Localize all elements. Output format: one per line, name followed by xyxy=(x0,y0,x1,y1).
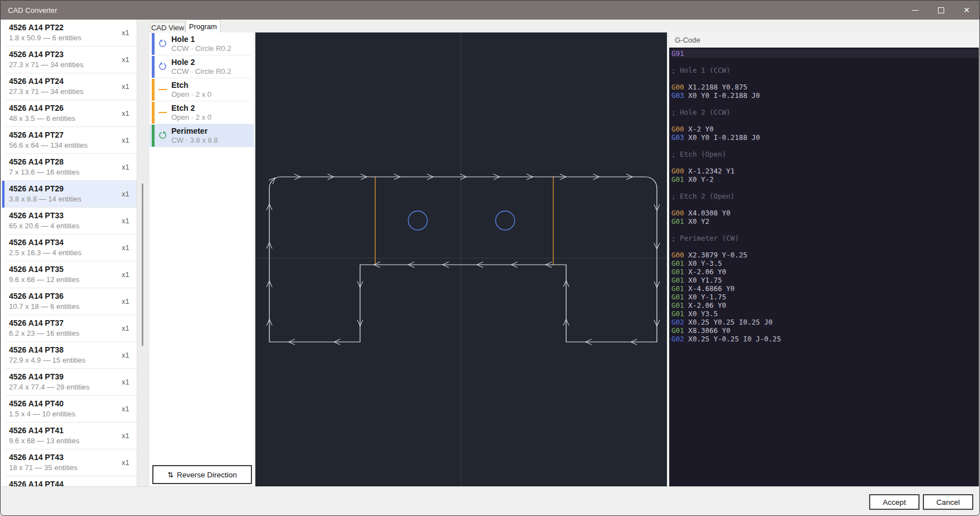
reverse-direction-button[interactable]: ⇅ Reverse Direction xyxy=(152,465,252,484)
close-icon: ✕ xyxy=(963,6,970,14)
main-area: 4526 A14 PT221.8 x 50.9 — 6 entitiesx145… xyxy=(1,20,980,486)
part-quantity: x1 xyxy=(122,431,129,440)
gcode-line: G01 X8.3066 Y0 xyxy=(671,326,979,335)
part-name: 4526 A14 PT33 xyxy=(9,211,129,220)
gcode-line: G02 X0.25 Y-0.25 I0 J-0.25 xyxy=(671,335,979,343)
operation-accent-bar xyxy=(152,102,155,124)
part-list-item[interactable]: 4526 A14 PT287 x 13.6 — 16 entitiesx1 xyxy=(1,154,150,181)
operation-divider xyxy=(157,147,251,147)
maximize-button[interactable] xyxy=(928,1,954,20)
operation-accent-bar xyxy=(152,79,155,101)
operation-name: Etch 2 xyxy=(171,104,195,112)
rotate-cw-icon xyxy=(158,130,167,140)
gcode-line: G01 X-2.06 Y0 xyxy=(671,301,979,309)
gcode-line: G00 X-1.2342 Y1 xyxy=(671,167,979,175)
part-list-item[interactable]: 4526 A14 PT359.6 x 68 — 12 entitiesx1 xyxy=(1,261,150,288)
operation-item[interactable]: PerimeterCW · 3.8 x 8.8 xyxy=(150,124,254,147)
operation-name: Hole 2 xyxy=(171,58,195,67)
part-quantity: x1 xyxy=(122,324,129,332)
gcode-comment-line: ; Hole 2 (CCW) xyxy=(671,108,979,116)
part-quantity: x1 xyxy=(122,55,129,64)
parts-scrollbar-track[interactable] xyxy=(137,20,150,486)
gcode-line: G03 X0 Y0 I-0.2188 J0 xyxy=(671,91,979,100)
tab-cad-view[interactable]: CAD View xyxy=(150,22,185,32)
part-dimensions: 10.7 x 18 — 6 entities xyxy=(9,302,129,311)
gcode-line: G00 X1.2188 Y0.875 xyxy=(671,83,979,91)
cad-drawing xyxy=(255,32,667,486)
gcode-text[interactable]: G91 ; Hole 1 (CCW) G00 X1.2188 Y0.875G03… xyxy=(669,48,979,486)
part-name: 4526 A14 PT39 xyxy=(9,372,129,381)
parts-scrollbar-thumb[interactable] xyxy=(142,184,143,346)
part-name: 4526 A14 PT26 xyxy=(9,104,129,112)
part-quantity: x1 xyxy=(122,82,129,91)
part-list-item[interactable]: 4526 A14 PT3872.9 x 4.9 — 15 entitiesx1 xyxy=(1,342,150,369)
part-list-item[interactable]: 4526 A14 PT221.8 x 50.9 — 6 entitiesx1 xyxy=(1,20,150,46)
gcode-comment-line: ; Etch (Open) xyxy=(671,150,979,158)
operation-detail: Open · 2 x 0 xyxy=(171,90,212,98)
part-quantity: x1 xyxy=(122,458,129,467)
operation-item[interactable]: Hole 2CCW · Circle R0.2 xyxy=(150,55,254,78)
part-name: 4526 A14 PT36 xyxy=(9,292,129,301)
part-name: 4526 A14 PT22 xyxy=(9,23,129,32)
part-list-item[interactable]: 4526 A14 PT3365 x 20.6 — 4 entitiesx1 xyxy=(1,208,150,234)
operation-detail: CCW · Circle R0.2 xyxy=(171,44,231,53)
operation-detail: CCW · Circle R0.2 xyxy=(171,67,231,76)
operation-accent-bar xyxy=(152,33,155,55)
gcode-line: G01 X0 Y-1.75 xyxy=(671,293,979,301)
minimize-button[interactable] xyxy=(902,1,928,20)
part-quantity: x1 xyxy=(122,351,129,359)
gcode-blank-line xyxy=(671,58,979,66)
part-list-item[interactable]: 4526 A14 PT2427.3 x 71 — 34 entitiesx1 xyxy=(1,73,150,100)
gcode-panel: G-Code G91 ; Hole 1 (CCW) G00 X1.2188 Y0… xyxy=(669,32,979,486)
part-list-item[interactable]: 4526 A14 PT2756.6 x 64 — 134 entitiesx1 xyxy=(1,127,150,154)
gcode-line: G00 X-2 Y0 xyxy=(671,125,979,133)
operation-item[interactable]: EtchOpen · 2 x 0 xyxy=(150,78,254,101)
gcode-blank-line xyxy=(671,142,979,150)
part-quantity: x1 xyxy=(122,378,129,386)
gcode-line: G01 X0 Y-3.5 xyxy=(671,259,979,268)
gcode-line: G01 X-2.06 Y0 xyxy=(671,268,979,276)
part-list-item[interactable]: 4526 A14 PT2648 x 3.5 — 6 entitiesx1 xyxy=(1,100,150,127)
gcode-comment-line: ; Hole 1 (CCW) xyxy=(671,66,979,74)
gcode-header: G-Code xyxy=(669,32,979,48)
operation-item[interactable]: Hole 1CCW · Circle R0.2 xyxy=(150,32,254,55)
operation-accent-bar xyxy=(152,56,155,78)
part-name: 4526 A14 PT29 xyxy=(9,184,129,193)
part-dimensions: 6.2 x 23 — 16 entities xyxy=(9,329,129,337)
part-name: 4526 A14 PT24 xyxy=(9,77,129,86)
tab-program[interactable]: Program xyxy=(185,20,221,32)
part-name: 4526 A14 PT27 xyxy=(9,130,129,139)
rotate-ccw-icon xyxy=(158,39,167,48)
part-list-item[interactable]: 4526 A14 PT2327.3 x 71 — 34 entitiesx1 xyxy=(1,46,150,73)
part-dimensions: 27.3 x 71 — 34 entities xyxy=(9,87,129,96)
part-quantity: x1 xyxy=(122,136,129,144)
part-list-item[interactable]: 4526 A14 PT419.6 x 68 — 13 entitiesx1 xyxy=(1,423,150,449)
cancel-button[interactable]: Cancel xyxy=(923,494,973,510)
part-list-item[interactable]: 4526 A14 PT401.5 x 4 — 10 entitiesx1 xyxy=(1,396,150,423)
accept-button[interactable]: Accept xyxy=(869,494,920,510)
close-button[interactable]: ✕ xyxy=(954,1,979,20)
window-title: CAD Converter xyxy=(1,6,57,15)
part-name: 4526 A14 PT35 xyxy=(9,265,129,274)
gcode-line: G01 X-4.6866 Y0 xyxy=(671,284,979,293)
part-list-item[interactable]: 4526 A14 PT293.8 x 8.8 — 14 entitiesx1 xyxy=(1,181,150,208)
cad-viewport[interactable] xyxy=(255,32,667,486)
part-list-item[interactable]: 4526 A14 PT3927.4 x 77.4 — 28 entitiesx1 xyxy=(1,369,150,396)
part-name: 4526 A14 PT37 xyxy=(9,318,129,327)
program-operations-panel: Hole 1CCW · Circle R0.2Hole 2CCW · Circl… xyxy=(150,32,254,486)
operation-item[interactable]: Etch 2Open · 2 x 0 xyxy=(150,101,254,124)
part-dimensions: 27.4 x 77.4 — 28 entities xyxy=(9,383,129,391)
part-list-item[interactable]: 4526 A14 PT376.2 x 23 — 16 entitiesx1 xyxy=(1,315,150,342)
part-dimensions: 3.8 x 8.8 — 14 entities xyxy=(9,195,129,203)
part-list-item[interactable]: 4526 A14 PT4318 x 71 — 35 entitiesx1 xyxy=(1,449,150,476)
gcode-comment-line: ; Etch 2 (Open) xyxy=(671,192,979,200)
gcode-line: G01 X0 Y1.75 xyxy=(671,276,979,284)
part-quantity: x1 xyxy=(122,243,129,252)
part-quantity: x1 xyxy=(122,190,129,198)
gcode-line: G91 xyxy=(671,49,979,58)
part-list-item[interactable]: 4526 A14 PT342.5 x 16.3 — 4 entitiesx1 xyxy=(1,234,150,261)
operations-list: Hole 1CCW · Circle R0.2Hole 2CCW · Circl… xyxy=(150,32,254,147)
part-list-item[interactable]: 4526 A14 PT3610.7 x 18 — 6 entitiesx1 xyxy=(1,288,150,315)
reverse-direction-label: Reverse Direction xyxy=(177,471,237,479)
gcode-blank-line xyxy=(671,100,979,108)
